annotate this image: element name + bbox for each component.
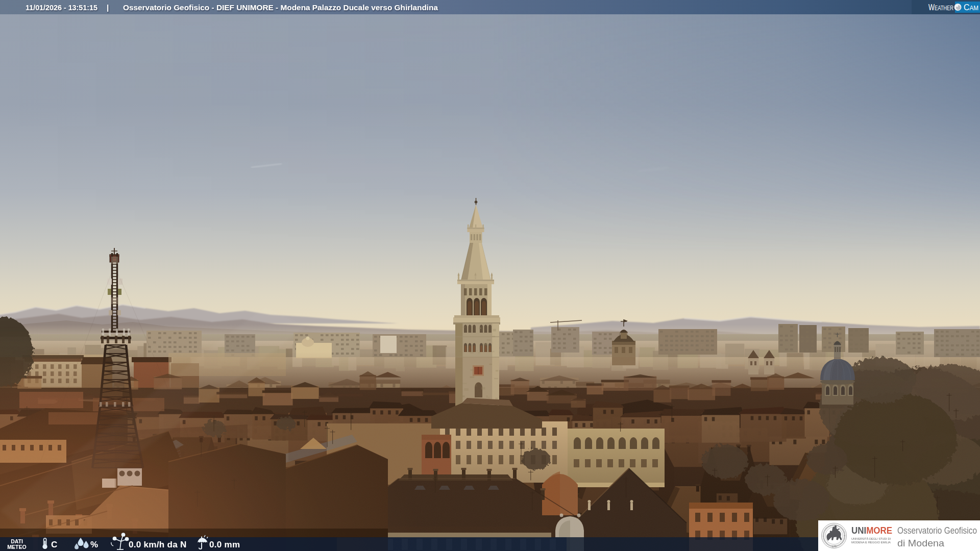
svg-text:Osservatorio Geofisico: Osservatorio Geofisico <box>897 525 977 536</box>
svg-text:1175: 1175 <box>831 545 837 548</box>
svg-text:METEO: METEO <box>7 544 26 550</box>
svg-text:UNIVERSITÀ DEGLI STUDI DI: UNIVERSITÀ DEGLI STUDI DI <box>851 537 891 540</box>
svg-text:UNIMORE: UNIMORE <box>851 525 892 536</box>
svg-text:DATI: DATI <box>11 538 23 544</box>
svg-text:|: | <box>107 3 109 12</box>
svg-text:%: % <box>90 540 98 549</box>
svg-text:Osservatorio Geofisico - DIEF: Osservatorio Geofisico - DIEF UNIMORE - … <box>123 3 438 12</box>
svg-text:0.0 km/h da N: 0.0 km/h da N <box>129 540 187 549</box>
svg-text:C: C <box>51 540 57 549</box>
svg-text:0.0 mm: 0.0 mm <box>209 540 240 549</box>
svg-text:di Modena: di Modena <box>897 538 944 548</box>
svg-text:MODENA E REGGIO EMILIA: MODENA E REGGIO EMILIA <box>851 541 891 544</box>
svg-text:11/01/2026 - 13:51:15: 11/01/2026 - 13:51:15 <box>26 3 97 12</box>
